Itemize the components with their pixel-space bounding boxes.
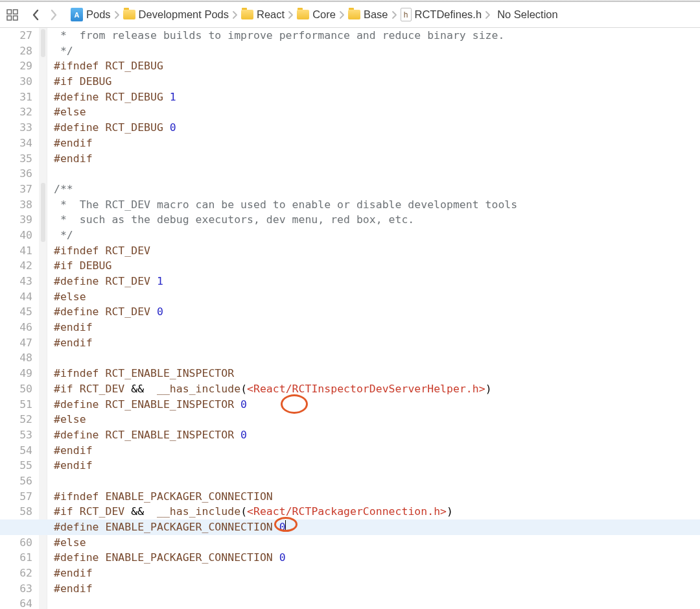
breadcrumb-separator-icon [288,10,294,20]
jump-bar: PodsDevelopment PodsReactCoreBaseRCTDefi… [0,2,700,28]
code-line[interactable]: #else [54,535,700,551]
line-number: 62 [0,566,32,581]
breadcrumb-item[interactable]: React [239,8,286,21]
code-line[interactable]: #ifndef RCT_DEBUG [54,58,700,74]
line-number: 28 [0,43,32,59]
code-line[interactable]: #endif [54,581,700,597]
line-number: 57 [0,489,32,505]
code-line[interactable]: #define RCT_DEBUG 1 [54,90,700,105]
line-number: 64 [0,596,32,609]
code-editor[interactable]: 2728293031323334353637383940414243444546… [0,28,700,609]
code-line[interactable]: * The RCT_DEV macro can be used to enabl… [54,197,700,213]
breadcrumb-item[interactable]: RCTDefines.h [399,7,484,22]
line-number: 55 [0,458,32,473]
code-line[interactable]: #endif [54,458,700,473]
line-number: 50 [0,381,32,397]
line-number: 34 [0,136,32,151]
code-line[interactable] [54,350,700,366]
code-line[interactable]: */ [54,228,700,243]
code-line[interactable]: #define RCT_ENABLE_INSPECTOR 0 [54,397,700,412]
code-line[interactable]: * from release builds to improve perform… [54,28,700,43]
fold-indicator[interactable] [41,183,45,242]
code-line[interactable] [54,166,700,182]
code-line[interactable]: #ifndef RCT_DEV [54,243,700,259]
code-line[interactable]: /** [54,182,700,197]
svg-rect-0 [7,10,12,14]
folder-icon [123,10,135,19]
breadcrumb-label: No Selection [497,8,558,21]
breadcrumb-separator-icon [114,10,120,20]
svg-rect-2 [7,16,12,20]
line-number: 30 [0,74,32,90]
breadcrumb-label: Core [312,8,336,21]
breadcrumb-separator-icon [485,10,491,20]
code-line[interactable]: #define RCT_DEV 1 [54,274,700,289]
breadcrumb-label: Pods [86,8,111,21]
line-number: 63 [0,581,32,597]
line-number: 58 [0,504,32,519]
line-number: 40 [0,228,32,243]
line-number: 38 [0,197,32,213]
breadcrumb: PodsDevelopment PodsReactCoreBaseRCTDefi… [69,7,560,22]
line-number: 51 [0,397,32,412]
code-line[interactable]: #else [54,412,700,427]
code-line[interactable]: #define RCT_ENABLE_INSPECTOR 0 [54,427,700,443]
code-line[interactable]: #if RCT_DEV && __has_include(<React/RCTP… [54,504,700,519]
breadcrumb-item[interactable]: Pods [69,7,113,22]
breadcrumb-separator-icon [339,10,345,20]
code-line[interactable]: */ [54,43,700,59]
line-number: 48 [0,350,32,366]
line-number: 47 [0,335,32,351]
code-line[interactable]: #define RCT_DEV 0 [54,304,700,320]
folder-icon [241,10,253,19]
nav-back-button[interactable] [27,6,44,23]
line-number: 52 [0,412,32,427]
line-number: 29 [0,58,32,74]
code-line[interactable]: #define RCT_DEBUG 0 [54,120,700,136]
breadcrumb-separator-icon [232,10,238,20]
line-number: 60 [0,535,32,551]
nav-forward-button[interactable] [45,6,62,23]
line-number: 42 [0,258,32,274]
code-line[interactable]: #endif [54,136,700,151]
related-items-icon[interactable] [4,6,21,23]
code-line[interactable]: #define ENABLE_PACKAGER_CONNECTION 0 [0,519,700,535]
code-line[interactable]: #ifndef ENABLE_PACKAGER_CONNECTION [54,489,700,505]
code-area[interactable]: * from release builds to improve perform… [47,28,700,609]
svg-rect-3 [14,16,18,20]
breadcrumb-item[interactable]: Core [295,8,338,21]
code-line[interactable]: #define ENABLE_PACKAGER_CONNECTION 0 [54,550,700,566]
breadcrumb-item[interactable]: Development Pods [121,8,231,21]
code-line[interactable]: #if DEBUG [54,74,700,90]
code-line[interactable]: #if DEBUG [54,258,700,274]
line-number: 43 [0,274,32,289]
code-line[interactable] [54,596,700,609]
line-number: 41 [0,243,32,259]
svg-rect-1 [14,10,18,14]
line-number: 39 [0,212,32,228]
code-line[interactable]: #endif [54,566,700,581]
code-line[interactable]: #else [54,289,700,305]
code-line[interactable] [54,473,700,489]
code-line[interactable]: #endif [54,320,700,335]
line-number: 45 [0,304,32,320]
code-line[interactable]: #endif [54,151,700,167]
folder-icon [348,10,360,19]
text-caret [285,520,286,532]
fold-indicator[interactable] [41,29,45,57]
code-line[interactable]: * such as the debug executors, dev menu,… [54,212,700,228]
line-number: 35 [0,151,32,167]
folder-icon [297,10,309,19]
line-number: 37 [0,182,32,197]
line-number: 46 [0,320,32,335]
breadcrumb-item[interactable]: No Selection [492,8,560,21]
code-line[interactable]: #endif [54,335,700,351]
code-line[interactable]: #else [54,104,700,120]
code-line[interactable]: #endif [54,443,700,459]
code-line[interactable]: #if RCT_DEV && __has_include(<React/RCTI… [54,381,700,397]
line-number: 53 [0,427,32,443]
line-number: 56 [0,473,32,489]
line-number: 36 [0,166,32,182]
code-line[interactable]: #ifndef RCT_ENABLE_INSPECTOR [54,366,700,381]
breadcrumb-item[interactable]: Base [346,8,390,21]
